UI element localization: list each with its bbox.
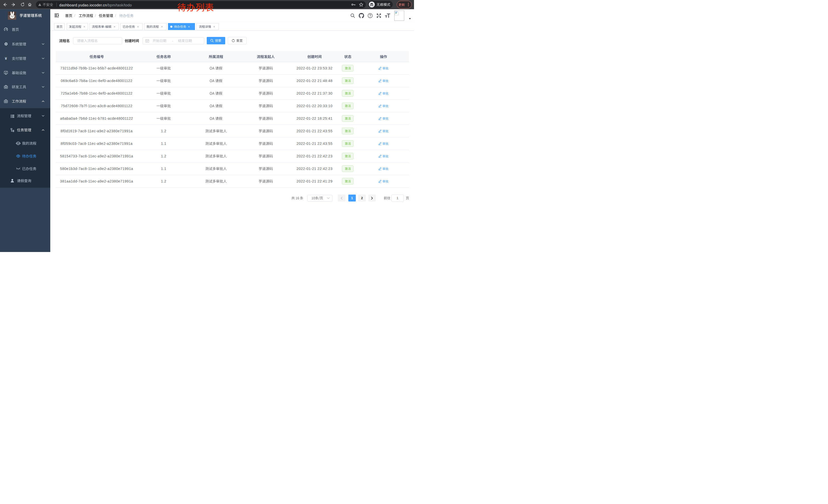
svg-text:¥: ¥ (5, 56, 7, 60)
